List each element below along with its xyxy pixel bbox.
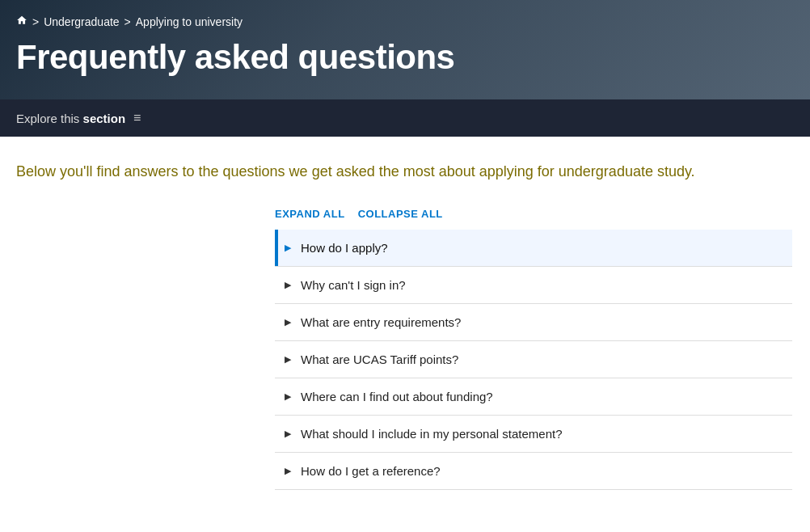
faq-question-text: Where can I find out about funding? — [301, 390, 493, 403]
faq-list: ▶How do I apply?▶Why can't I sign in?▶Wh… — [275, 230, 792, 490]
faq-question-text: What are UCAS Tariff points? — [301, 353, 458, 366]
faq-arrow-icon: ▶ — [285, 354, 291, 365]
faq-item: ▶What are entry requirements? — [275, 304, 792, 341]
faq-item: ▶What should I include in my personal st… — [275, 416, 792, 453]
faq-item-header[interactable]: ▶What should I include in my personal st… — [275, 416, 792, 452]
faq-controls: EXPAND ALL COLLAPSE ALL — [275, 208, 792, 220]
collapse-all-button[interactable]: COLLAPSE ALL — [358, 208, 443, 220]
faq-question-text: What should I include in my personal sta… — [301, 427, 563, 441]
faq-item-header[interactable]: ▶What are UCAS Tariff points? — [275, 341, 792, 378]
faq-item: ▶What are UCAS Tariff points? — [275, 341, 792, 378]
faq-question-text: How do I apply? — [301, 241, 388, 255]
faq-arrow-icon: ▶ — [285, 317, 291, 327]
main-content: Below you'll find answers to the questio… — [0, 137, 810, 514]
faq-item-header[interactable]: ▶Why can't I sign in? — [275, 267, 792, 303]
faq-question-text: What are entry requirements? — [301, 315, 461, 329]
faq-item: ▶How do I apply? — [275, 230, 792, 267]
breadcrumb-separator-2: > — [124, 15, 131, 28]
faq-item-header[interactable]: ▶How do I apply? — [275, 230, 792, 266]
explore-label: Explore this section — [16, 112, 125, 125]
faq-arrow-icon: ▶ — [285, 280, 291, 290]
hero-section: > Undergraduate > Applying to university… — [0, 0, 810, 99]
faq-container: EXPAND ALL COLLAPSE ALL ▶How do I apply?… — [275, 208, 792, 490]
faq-item: ▶Why can't I sign in? — [275, 267, 792, 304]
breadcrumb: > Undergraduate > Applying to university — [16, 15, 794, 28]
faq-item-header[interactable]: ▶Where can I find out about funding? — [275, 378, 792, 415]
expand-all-button[interactable]: EXPAND ALL — [275, 208, 345, 220]
page-title: Frequently asked questions — [16, 38, 794, 77]
explore-bar[interactable]: Explore this section ≡ — [0, 99, 810, 137]
faq-arrow-icon: ▶ — [285, 466, 291, 476]
list-icon: ≡ — [133, 111, 141, 125]
intro-paragraph: Below you'll find answers to the questio… — [16, 161, 728, 184]
explore-prefix: Explore this — [16, 112, 83, 125]
faq-question-text: Why can't I sign in? — [301, 278, 406, 292]
home-icon[interactable] — [16, 15, 27, 28]
breadcrumb-current: Applying to university — [136, 15, 243, 28]
faq-item: ▶Where can I find out about funding? — [275, 378, 792, 416]
faq-arrow-icon: ▶ — [285, 391, 291, 402]
faq-arrow-icon: ▶ — [285, 243, 291, 253]
faq-question-text: How do I get a reference? — [301, 464, 441, 478]
explore-section-word: section — [83, 112, 126, 125]
faq-arrow-icon: ▶ — [285, 429, 291, 439]
faq-item: ▶How do I get a reference? — [275, 453, 792, 490]
breadcrumb-undergraduate[interactable]: Undergraduate — [44, 15, 119, 28]
breadcrumb-separator-1: > — [32, 15, 39, 28]
faq-item-header[interactable]: ▶What are entry requirements? — [275, 304, 792, 340]
faq-item-header[interactable]: ▶How do I get a reference? — [275, 453, 792, 489]
